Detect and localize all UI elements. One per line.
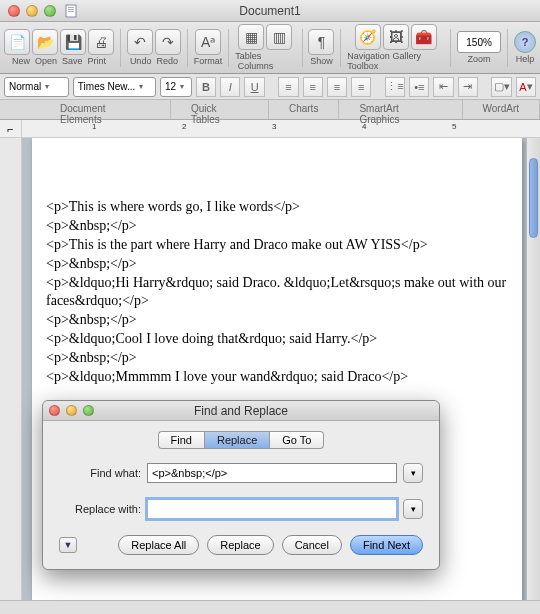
vertical-ruler[interactable] xyxy=(0,138,22,600)
svg-rect-2 xyxy=(68,9,74,10)
tab-quick-tables[interactable]: Quick Tables xyxy=(171,100,269,119)
status-bar xyxy=(0,600,540,614)
doc-line[interactable]: <p>&nbsp;</p> xyxy=(46,217,508,236)
disclosure-toggle[interactable]: ▼ xyxy=(59,537,77,553)
open-button[interactable]: 📂 xyxy=(32,29,58,55)
dialog-titlebar[interactable]: Find and Replace xyxy=(43,401,439,421)
highlight-button[interactable]: ▢▾ xyxy=(491,77,511,97)
replace-history-dropdown[interactable]: ▾ xyxy=(403,499,423,519)
find-replace-dialog: Find and Replace Find Replace Go To Find… xyxy=(42,400,440,570)
find-what-label: Find what: xyxy=(59,467,141,479)
undo-button[interactable]: ↶ xyxy=(127,29,153,55)
horizontal-ruler[interactable]: 1 2 3 4 5 xyxy=(22,120,540,137)
dialog-close-button[interactable] xyxy=(49,405,60,416)
vertical-scrollbar[interactable] xyxy=(526,138,540,600)
columns-button[interactable]: ▥ xyxy=(266,24,292,50)
replace-with-label: Replace with: xyxy=(59,503,141,515)
print-button[interactable]: 🖨 xyxy=(88,29,114,55)
tab-smartart[interactable]: SmartArt Graphics xyxy=(339,100,462,119)
svg-rect-1 xyxy=(68,7,74,8)
font-combo[interactable]: Times New...▾ xyxy=(73,77,156,97)
outdent-button[interactable]: ⇤ xyxy=(433,77,453,97)
dialog-mode-tabs: Find Replace Go To xyxy=(59,431,423,449)
tab-wordart[interactable]: WordArt xyxy=(463,100,541,119)
minimize-window-button[interactable] xyxy=(26,5,38,17)
style-combo[interactable]: Normal▾ xyxy=(4,77,69,97)
numbered-list-button[interactable]: ⋮≡ xyxy=(385,77,405,97)
close-window-button[interactable] xyxy=(8,5,20,17)
svg-rect-3 xyxy=(68,11,74,12)
doc-line[interactable]: <p>&nbsp;</p> xyxy=(46,349,508,368)
redo-button[interactable]: ↷ xyxy=(155,29,181,55)
save-button[interactable]: 💾 xyxy=(60,29,86,55)
find-what-input[interactable] xyxy=(147,463,397,483)
tab-replace[interactable]: Replace xyxy=(204,431,270,449)
help-button[interactable]: ? xyxy=(514,31,536,53)
align-center-button[interactable]: ≡ xyxy=(303,77,323,97)
gallery-button[interactable]: 🖼 xyxy=(383,24,409,50)
align-justify-button[interactable]: ≡ xyxy=(351,77,371,97)
navigation-button[interactable]: 🧭 xyxy=(355,24,381,50)
doc-line[interactable]: <p>&nbsp;</p> xyxy=(46,311,508,330)
toolbox-button[interactable]: 🧰 xyxy=(411,24,437,50)
dialog-title: Find and Replace xyxy=(43,404,439,418)
zoom-window-button[interactable] xyxy=(44,5,56,17)
bulleted-list-button[interactable]: •≡ xyxy=(409,77,429,97)
bold-button[interactable]: B xyxy=(196,77,216,97)
indent-button[interactable]: ⇥ xyxy=(458,77,478,97)
replace-all-button[interactable]: Replace All xyxy=(118,535,199,555)
format-toolbar: Normal▾ Times New...▾ 12▾ B I U ≡ ≡ ≡ ≡ … xyxy=(0,74,540,100)
tab-charts[interactable]: Charts xyxy=(269,100,339,119)
replace-with-input[interactable] xyxy=(147,499,397,519)
fontcolor-button[interactable]: A▾ xyxy=(516,77,536,97)
tab-stop-selector[interactable]: ⌐ xyxy=(0,120,22,137)
tables-button[interactable]: ▦ xyxy=(238,24,264,50)
doc-line[interactable]: <p>&nbsp;</p> xyxy=(46,255,508,274)
tab-goto[interactable]: Go To xyxy=(270,431,324,449)
zoom-display[interactable]: 150% xyxy=(457,31,501,53)
align-left-button[interactable]: ≡ xyxy=(278,77,298,97)
main-toolbar: 📄 📂 💾 🖨 New Open Save Print ↶ ↷ Undo Red… xyxy=(0,22,540,74)
doc-line[interactable]: <p>This is where words go, I like words<… xyxy=(46,198,508,217)
find-next-button[interactable]: Find Next xyxy=(350,535,423,555)
scrollbar-thumb[interactable] xyxy=(529,158,538,238)
tab-document-elements[interactable]: Document Elements xyxy=(40,100,171,119)
cancel-button[interactable]: Cancel xyxy=(282,535,342,555)
window-title: Document1 xyxy=(0,4,540,18)
align-right-button[interactable]: ≡ xyxy=(327,77,347,97)
find-history-dropdown[interactable]: ▾ xyxy=(403,463,423,483)
replace-button[interactable]: Replace xyxy=(207,535,273,555)
tab-find[interactable]: Find xyxy=(158,431,204,449)
doc-line[interactable]: <p>This is the part where Harry and Drac… xyxy=(46,236,508,255)
doc-line[interactable]: <p>&ldquo;Cool I love doing that&rdquo; … xyxy=(46,330,508,349)
fontsize-combo[interactable]: 12▾ xyxy=(160,77,192,97)
document-icon xyxy=(64,4,78,18)
doc-line[interactable]: <p>&ldquo;Mmmmm I love your wand&rdquo; … xyxy=(46,368,508,387)
underline-button[interactable]: U xyxy=(244,77,264,97)
doc-line[interactable]: <p>&ldquo;Hi Harry&rdquo; said Draco. &l… xyxy=(46,274,508,312)
ruler-bar: ⌐ 1 2 3 4 5 xyxy=(0,120,540,138)
show-button[interactable]: ¶ xyxy=(308,29,334,55)
format-button[interactable]: Aᵃ xyxy=(195,29,221,55)
dialog-minimize-button[interactable] xyxy=(66,405,77,416)
window-titlebar: Document1 xyxy=(0,0,540,22)
new-button[interactable]: 📄 xyxy=(4,29,30,55)
italic-button[interactable]: I xyxy=(220,77,240,97)
elements-tabs: Document Elements Quick Tables Charts Sm… xyxy=(0,100,540,120)
dialog-zoom-button[interactable] xyxy=(83,405,94,416)
